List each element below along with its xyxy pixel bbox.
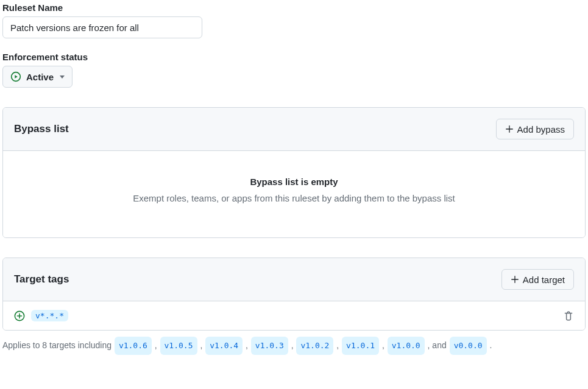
bypass-list-title: Bypass list <box>14 123 69 135</box>
target-tag-chip[interactable]: v1.0.0 <box>388 337 425 355</box>
target-tags-row: v*.*.* <box>3 301 585 330</box>
bypass-list-panel: Bypass list Add bypass Bypass list is em… <box>2 107 586 238</box>
enforcement-status-label: Enforcement status <box>2 52 586 62</box>
add-target-button[interactable]: Add target <box>501 269 574 290</box>
bypass-list-empty-state: Bypass list is empty Exempt roles, teams… <box>3 151 585 237</box>
bypass-empty-description: Exempt roles, teams, or apps from this r… <box>13 193 575 203</box>
enforcement-status-value: Active <box>26 72 54 82</box>
target-tag-chip[interactable]: v1.0.1 <box>342 337 379 355</box>
plus-icon <box>505 125 514 133</box>
add-target-label: Add target <box>523 275 565 285</box>
target-tag-chip[interactable]: v1.0.6 <box>115 337 152 355</box>
target-pattern-chip[interactable]: v*.*.* <box>31 310 68 321</box>
applies-join-last: , and <box>428 340 447 350</box>
target-tag-chip[interactable]: v1.0.3 <box>251 337 288 355</box>
trash-icon[interactable] <box>563 310 574 321</box>
target-tags-title: Target tags <box>14 273 69 286</box>
separator: , <box>382 340 384 350</box>
ruleset-name-input[interactable] <box>2 16 202 38</box>
ruleset-name-label: Ruleset Name <box>2 2 586 13</box>
add-bypass-button[interactable]: Add bypass <box>496 119 574 139</box>
target-tag-chip[interactable]: v1.0.2 <box>296 337 333 355</box>
separator: , <box>155 340 157 350</box>
applies-suffix: . <box>489 340 492 350</box>
target-tag-chip[interactable]: v1.0.5 <box>160 337 197 355</box>
enforcement-status-dropdown[interactable]: Active <box>2 66 73 88</box>
add-bypass-label: Add bypass <box>517 124 565 135</box>
separator: , <box>336 340 339 350</box>
separator: , <box>291 340 294 350</box>
separator: , <box>200 340 202 350</box>
bypass-empty-title: Bypass list is empty <box>13 177 575 187</box>
target-tags-header: Target tags Add target <box>3 258 585 301</box>
target-tag-chip[interactable]: v1.0.4 <box>205 337 243 355</box>
target-tag-chip[interactable]: v0.0.0 <box>450 337 487 355</box>
target-tags-panel: Target tags Add target v*.*.* <box>2 258 586 331</box>
plus-icon <box>511 275 519 284</box>
separator: , <box>246 340 248 350</box>
applies-prefix: Applies to 8 targets including <box>2 340 112 350</box>
play-circle-icon <box>10 71 21 82</box>
bypass-list-header: Bypass list Add bypass <box>3 108 585 151</box>
plus-circle-icon[interactable] <box>14 310 25 321</box>
applies-to-summary: Applies to 8 targets including v1.0.6 , … <box>2 337 586 355</box>
caret-down-icon <box>60 75 65 79</box>
